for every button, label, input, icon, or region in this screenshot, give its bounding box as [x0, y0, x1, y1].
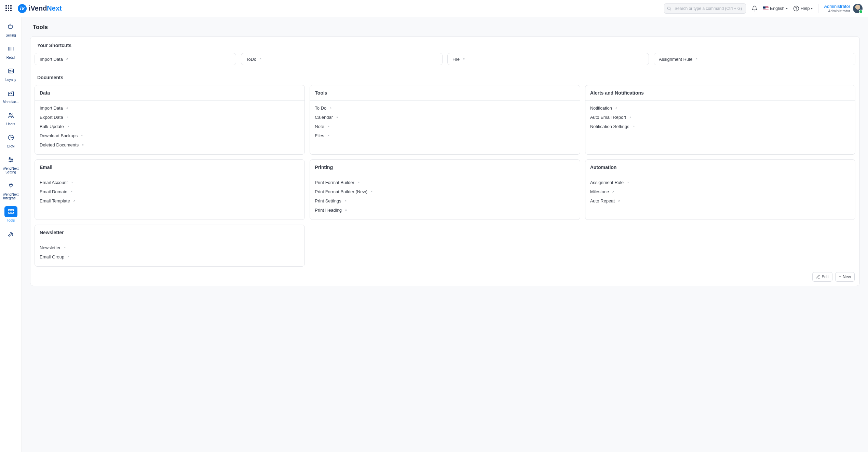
doc-link-deleted-documents[interactable]: Deleted Documents [40, 140, 300, 150]
content-card: Your Shortcuts Import DataToDoFileAssign… [30, 36, 860, 286]
barcode-icon [4, 43, 17, 54]
sidebar-item-label: Retail [6, 56, 15, 59]
doc-link-auto-email-report[interactable]: Auto Email Report [590, 113, 850, 122]
doc-link-label: Email Domain [40, 189, 67, 194]
help-icon [793, 5, 799, 12]
arrow-out-icon [73, 200, 76, 202]
sidebar-item-loyalty[interactable]: Loyalty [1, 65, 21, 82]
help-label: Help [801, 6, 810, 11]
svg-point-14 [10, 161, 11, 162]
arrow-out-icon [615, 107, 618, 110]
doc-link-label: Print Format Builder [315, 180, 354, 185]
arrow-out-icon [327, 125, 330, 128]
edit-button[interactable]: Edit [812, 272, 832, 282]
doc-link-to-do[interactable]: To Do [315, 103, 575, 113]
doc-link-print-heading[interactable]: Print Heading [315, 206, 575, 215]
doc-link-auto-repeat[interactable]: Auto Repeat [590, 196, 850, 206]
notifications-button[interactable] [751, 5, 758, 12]
sidebar-item-label: CRM [7, 144, 15, 148]
svg-rect-4 [8, 25, 12, 28]
doc-card-title: Alerts and Notifications [585, 85, 855, 101]
svg-point-8 [12, 114, 13, 115]
doc-link-email-domain[interactable]: Email Domain [40, 187, 300, 196]
edit-label: Edit [822, 274, 829, 279]
doc-card-newsletter: NewsletterNewsletterEmail Group [35, 225, 305, 267]
arrow-out-icon [462, 58, 465, 60]
sidebar-item-manufac-[interactable]: Manufac... [1, 87, 21, 104]
doc-link-email-group[interactable]: Email Group [40, 252, 300, 262]
doc-link-export-data[interactable]: Export Data [40, 113, 300, 122]
sidebar-item-label: Users [6, 122, 15, 126]
doc-link-label: Export Data [40, 115, 63, 120]
sidebar-item-label: iVendNext Integrati... [1, 193, 21, 200]
doc-card-title: Tools [310, 85, 580, 101]
sidebar-item-ivendnext-integrati-[interactable]: iVendNext Integrati... [1, 180, 21, 201]
svg-rect-16 [11, 209, 13, 211]
doc-link-label: Calendar [315, 115, 333, 120]
arrow-out-icon [695, 58, 698, 60]
doc-link-calendar[interactable]: Calendar [315, 113, 575, 122]
shortcut-import-data[interactable]: Import Data [35, 53, 236, 65]
doc-link-label: Milestone [590, 189, 609, 194]
sidebar-item-ivendnext-setting[interactable]: iVendNext Setting [1, 154, 21, 175]
arrow-out-icon [67, 125, 69, 128]
sidebar-item-tools[interactable]: Tools [1, 206, 21, 223]
arrow-out-icon [66, 107, 68, 110]
shortcut-label: File [452, 57, 460, 62]
search-input[interactable] [664, 3, 746, 14]
shortcut-todo[interactable]: ToDo [241, 53, 443, 65]
brand-logo[interactable]: iV iVendNext [18, 4, 62, 13]
app-launcher-icon[interactable] [5, 5, 12, 12]
shortcut-assignment-rule[interactable]: Assignment Rule [654, 53, 855, 65]
doc-link-label: Email Template [40, 198, 70, 203]
doc-link-bulk-update[interactable]: Bulk Update [40, 122, 300, 131]
arrow-out-icon [66, 58, 68, 60]
arrow-out-icon [70, 181, 73, 184]
doc-link-import-data[interactable]: Import Data [40, 103, 300, 113]
sidebar-item-wrench[interactable] [1, 228, 21, 240]
shortcut-file[interactable]: File [447, 53, 649, 65]
sidebar-item-selling[interactable]: Selling [1, 20, 21, 38]
main-content: Tools Your Shortcuts Import DataToDoFile… [22, 17, 868, 452]
doc-link-newsletter[interactable]: Newsletter [40, 243, 300, 252]
tag-icon [4, 21, 17, 32]
doc-card-tools: ToolsTo DoCalendarNoteFiles [310, 85, 580, 155]
doc-link-label: Assignment Rule [590, 180, 624, 185]
doc-link-note[interactable]: Note [315, 122, 575, 131]
bell-icon [751, 5, 758, 12]
doc-link-print-format-builder[interactable]: Print Format Builder [315, 178, 575, 187]
arrow-out-icon [66, 116, 69, 119]
user-menu[interactable]: Administrator Administrator [818, 4, 863, 13]
doc-card-email: EmailEmail AccountEmail DomainEmail Temp… [35, 159, 305, 220]
doc-link-notification-settings[interactable]: Notification Settings [590, 122, 850, 131]
language-selector[interactable]: English ▾ [763, 6, 788, 11]
sidebar-item-label: Manufac... [3, 100, 19, 104]
doc-card-automation: AutomationAssignment RuleMilestoneAuto R… [585, 159, 855, 220]
doc-link-assignment-rule[interactable]: Assignment Rule [590, 178, 850, 187]
plus-icon: + [839, 274, 841, 279]
doc-link-print-format-builder-new-[interactable]: Print Format Builder (New) [315, 187, 575, 196]
doc-link-print-settings[interactable]: Print Settings [315, 196, 575, 206]
arrow-out-icon [81, 144, 84, 146]
user-name: Administrator [824, 4, 850, 9]
doc-card-body: NewsletterEmail Group [35, 240, 304, 266]
svg-rect-15 [8, 209, 11, 211]
doc-link-download-backups[interactable]: Download Backups [40, 131, 300, 140]
sidebar-item-users[interactable]: Users [1, 109, 21, 127]
help-menu[interactable]: Help ▾ [793, 5, 813, 12]
user-role: Administrator [824, 9, 850, 13]
sidebar-item-retail[interactable]: Retail [1, 43, 21, 60]
doc-link-milestone[interactable]: Milestone [590, 187, 850, 196]
new-button[interactable]: + New [835, 272, 855, 282]
doc-link-email-account[interactable]: Email Account [40, 178, 300, 187]
sidebar-item-crm[interactable]: CRM [1, 131, 21, 149]
doc-link-notification[interactable]: Notification [590, 103, 850, 113]
doc-link-label: Email Account [40, 180, 68, 185]
doc-link-label: Email Group [40, 254, 64, 259]
doc-link-label: Note [315, 124, 324, 129]
doc-link-email-template[interactable]: Email Template [40, 196, 300, 206]
arrow-out-icon [80, 135, 83, 137]
doc-link-files[interactable]: Files [315, 131, 575, 140]
documents-grid: DataImport DataExport DataBulk UpdateDow… [32, 85, 857, 267]
pie-icon [4, 132, 17, 143]
